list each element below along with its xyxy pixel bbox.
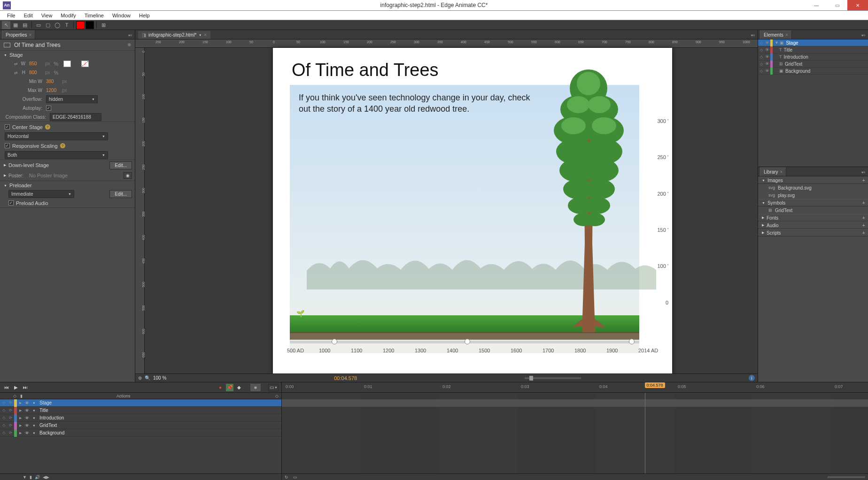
responsive-dropdown[interactable]: Both▼ <box>5 151 108 159</box>
help-icon[interactable]: ? <box>60 143 65 148</box>
minw-input[interactable]: 380 <box>46 79 62 84</box>
timeline-track[interactable]: ◇⟳▶👁●Title <box>0 407 281 414</box>
responsive-checkbox[interactable]: ✓ <box>5 143 10 148</box>
audio-icon[interactable]: 🔊 <box>35 475 40 480</box>
element-row[interactable]: ◇👁TIntroduction <box>758 53 868 61</box>
timeline-tracks-view[interactable] <box>282 393 868 473</box>
artboard-slider[interactable] <box>290 341 639 343</box>
timeline-track[interactable]: ◇⟳▶👁●Introduction <box>0 414 281 422</box>
edit-downlevel-button[interactable]: Edit... <box>109 161 132 169</box>
timeline-options-button[interactable]: ▭▼ <box>268 384 279 391</box>
text-tool[interactable]: T <box>62 21 71 29</box>
zoom-value[interactable]: 100 % <box>153 375 166 381</box>
preloader-dropdown[interactable]: Immediate▼ <box>8 190 74 198</box>
elements-tab[interactable]: Elements× <box>760 30 792 39</box>
panel-menu-icon[interactable]: ▾≡ <box>859 169 868 176</box>
stage-view[interactable]: 🌱 <box>145 48 758 373</box>
autoplay-checkbox[interactable]: ✓ <box>46 106 51 111</box>
time-ruler[interactable]: 0:000:010:020:030:040:050:060:070:04.578 <box>282 382 868 393</box>
overflow-dropdown[interactable]: hidden▼ <box>46 95 98 103</box>
camera-icon[interactable]: ◉ <box>124 172 132 179</box>
chevron-down-icon[interactable]: ▼ <box>4 53 7 57</box>
canvas-menu-icon[interactable]: ▾≡ <box>748 32 758 39</box>
library-item[interactable]: svgBackground.svg <box>758 184 868 191</box>
minimize-button[interactable]: — <box>806 0 827 10</box>
center-stage-dropdown[interactable]: Horizontal▼ <box>5 132 108 140</box>
timeline-end-button[interactable]: ⏭ <box>22 384 29 391</box>
document-tab[interactable]: ◨ infographic-step2.html* ▼ × <box>138 31 210 39</box>
edit-preloader-button[interactable]: Edit... <box>109 190 132 198</box>
zoom-slider[interactable] <box>525 377 581 379</box>
menu-edit[interactable]: Edit <box>20 11 37 20</box>
stage-title-text[interactable]: Of Time and Trees <box>292 60 439 80</box>
menu-window[interactable]: Window <box>108 11 135 20</box>
select-tool[interactable]: ↖ <box>2 21 10 29</box>
maximize-button[interactable]: ▭ <box>827 0 847 10</box>
fit-icon[interactable]: ⊕ <box>138 375 142 381</box>
roundrect-tool[interactable]: ▢ <box>44 21 52 29</box>
library-item[interactable]: ⊞GridText <box>758 206 868 214</box>
track-chevron-icon[interactable]: ▼ <box>23 475 27 480</box>
link-icon[interactable]: ⇄ <box>14 61 18 66</box>
close-icon[interactable]: × <box>29 32 32 38</box>
ellipse-tool[interactable]: ◯ <box>53 21 62 29</box>
timeline-record-button[interactable]: ● <box>217 384 224 391</box>
timeline-start-button[interactable]: ⏮ <box>3 384 10 391</box>
preload-audio-checkbox[interactable]: ✓ <box>8 200 14 206</box>
artboard[interactable]: 🌱 <box>273 48 672 373</box>
info-icon[interactable]: i <box>749 375 755 381</box>
elements-panel: Elements× ▾≡ ◇👁▼ ▣Stage◇👁TTitle◇👁TIntrod… <box>758 30 868 167</box>
panel-menu-icon[interactable]: ▾≡ <box>125 32 135 39</box>
loop-icon[interactable]: ↻ <box>285 475 288 480</box>
help-icon[interactable]: ? <box>45 124 50 130</box>
stage-intro-text[interactable]: If you think you've seen technology chan… <box>299 92 543 115</box>
close-button[interactable]: ✕ <box>847 0 868 10</box>
rect-tool[interactable]: ▭ <box>34 21 43 29</box>
timeline-mode-icon[interactable]: ▭ <box>293 475 297 480</box>
library-tab[interactable]: Library× <box>760 168 786 176</box>
add-symbol-icon[interactable]: + <box>862 200 865 206</box>
stroke-swatch[interactable] <box>85 21 94 29</box>
center-stage-checkbox[interactable]: ✓ <box>5 124 10 130</box>
timeline-easing-button[interactable]: ⎈ <box>250 384 261 391</box>
filter-icon[interactable]: ▮ <box>30 475 32 480</box>
menu-view[interactable]: View <box>37 11 57 20</box>
library-item[interactable]: svgplay.svg <box>758 191 868 199</box>
timeline-keyframe-button[interactable]: ◆ <box>235 384 243 391</box>
element-row[interactable]: ◇👁TTitle <box>758 46 868 53</box>
timeline-pin-button[interactable]: 📌 <box>226 384 233 391</box>
menu-help[interactable]: Help <box>135 11 154 20</box>
layout-tool[interactable]: ⊞ <box>99 21 108 29</box>
properties-tab[interactable]: Properties× <box>2 30 35 39</box>
maxw-input[interactable]: 1200 <box>46 88 62 93</box>
height-input[interactable]: 800 <box>29 70 45 75</box>
keyframe-nav-icon[interactable]: ◀▶ <box>43 475 49 480</box>
element-row[interactable]: ◇👁⊞GridText <box>758 61 868 68</box>
bg-color-swatch[interactable] <box>63 61 71 67</box>
playhead-label[interactable]: 0:04.578 <box>645 382 665 388</box>
menu-timeline[interactable]: Timeline <box>80 11 108 20</box>
element-row[interactable]: ◇👁▣Background <box>758 68 868 75</box>
element-row[interactable]: ◇👁▼ ▣Stage <box>758 39 868 46</box>
percent-icon[interactable]: % <box>54 61 60 67</box>
width-input[interactable]: 850 <box>29 61 45 66</box>
zoom-icon[interactable]: 🔍 <box>145 375 150 381</box>
playhead-line[interactable] <box>645 393 645 473</box>
close-tab-icon[interactable]: × <box>204 32 207 38</box>
timeline-zoom-slider[interactable] <box>828 476 865 478</box>
add-image-icon[interactable]: + <box>862 177 865 183</box>
timeline-play-button[interactable]: ▶ <box>12 384 20 391</box>
timeline-track[interactable]: ◇⟳▶👁●GridText <box>0 422 281 429</box>
properties-panel: Properties× ▾≡ Of Time and Trees ❋ ▼Stag… <box>0 30 135 382</box>
transform-tool[interactable]: ▦ <box>11 21 20 29</box>
timeline-track[interactable]: ◇⟳▶👁●Stage <box>0 399 281 407</box>
timeline-track[interactable]: ◇⟳▶👁●Background <box>0 429 281 437</box>
no-fill-swatch[interactable] <box>81 61 89 67</box>
panel-menu-icon[interactable]: ▾≡ <box>859 32 868 39</box>
clip-tool[interactable]: ▤ <box>21 21 29 29</box>
menu-file[interactable]: File <box>3 11 20 20</box>
fill-swatch[interactable] <box>76 21 85 29</box>
composition-class-input[interactable] <box>50 113 101 121</box>
css-icon[interactable]: ❋ <box>127 42 131 47</box>
menu-modify[interactable]: Modify <box>56 11 80 20</box>
